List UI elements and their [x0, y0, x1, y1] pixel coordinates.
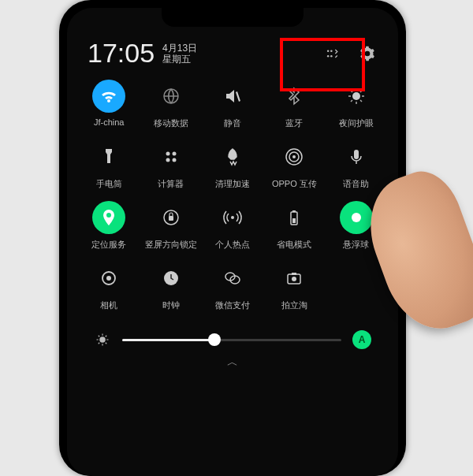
phone-frame: 17:05 4月13日 星期五 [59, 0, 406, 476]
svg-point-29 [99, 337, 106, 343]
location-icon [92, 201, 125, 234]
tile-night-shield[interactable]: 夜间护眼 [329, 80, 384, 129]
svg-point-0 [327, 50, 330, 51]
tile-label: 相机 [100, 299, 117, 311]
tile-wechat-pay[interactable]: 微信支付 [205, 262, 260, 311]
brightness-fill [122, 339, 214, 341]
tile-label: 移动数据 [154, 117, 188, 129]
svg-rect-18 [292, 210, 296, 212]
bluetooth-icon [277, 80, 311, 113]
svg-point-10 [292, 155, 296, 158]
date-block: 4月13日 星期五 [162, 43, 197, 65]
dot-icon [340, 201, 373, 234]
camera2-icon [277, 262, 311, 295]
rocket-icon [216, 140, 249, 173]
tile-location[interactable]: 定位服务 [81, 201, 136, 251]
brightness-thumb[interactable] [208, 333, 221, 346]
lock-icon [155, 201, 188, 234]
wechat-pay-icon [216, 262, 249, 295]
tile-hotspot[interactable]: 个人热点 [205, 201, 260, 251]
svg-point-6 [166, 152, 169, 156]
tile-label: 语音助 [343, 178, 369, 190]
tile-label: 个人热点 [215, 239, 250, 251]
tile-mute[interactable]: 静音 [205, 80, 260, 129]
globe-icon [155, 80, 188, 113]
tile-flashlight[interactable]: 手电筒 [81, 140, 136, 190]
brightness-row: A [75, 322, 390, 349]
svg-point-16 [231, 216, 234, 219]
tile-label: 计算器 [158, 178, 184, 190]
svg-point-3 [330, 55, 333, 58]
svg-point-8 [166, 158, 169, 162]
tile-power-save[interactable]: 省电模式 [266, 201, 322, 251]
auto-brightness-toggle[interactable]: A [352, 330, 371, 349]
calculator-icon [155, 140, 188, 173]
tile-label: OPPO 互传 [272, 178, 317, 190]
tile-calculator[interactable]: 计算器 [143, 140, 199, 190]
svg-rect-13 [354, 150, 359, 159]
svg-point-22 [106, 276, 111, 281]
date-line2: 星期五 [162, 54, 197, 65]
battery-icon [277, 201, 311, 234]
tile-label: 蓝牙 [285, 117, 303, 129]
quick-settings-grid: Jf-china 移动数据 静音 蓝牙 [75, 73, 390, 311]
svg-point-2 [327, 55, 330, 58]
tile-label: 夜间护眼 [339, 117, 374, 129]
hotspot-icon [216, 201, 249, 234]
tile-label: 微信支付 [215, 299, 250, 311]
tile-label: 定位服务 [91, 239, 126, 251]
edit-tiles-button[interactable] [322, 43, 343, 64]
svg-rect-19 [292, 218, 296, 223]
tile-label: 省电模式 [277, 239, 311, 251]
wifi-icon [92, 80, 125, 113]
brightness-slider[interactable] [122, 339, 341, 341]
header: 17:05 4月13日 星期五 [75, 30, 390, 73]
tile-label: 时钟 [162, 299, 180, 311]
settings-button[interactable] [357, 43, 378, 64]
svg-rect-15 [169, 216, 173, 221]
svg-rect-28 [292, 273, 296, 275]
tile-label: Jf-china [94, 117, 125, 127]
tile-label: 清理加速 [215, 178, 250, 190]
brightness-icon [94, 331, 111, 348]
svg-point-1 [330, 50, 333, 51]
tile-label: 静音 [224, 117, 241, 129]
radar-icon [277, 140, 311, 173]
tile-clean-boost[interactable]: 清理加速 [205, 140, 260, 190]
tile-label: 手电筒 [96, 178, 122, 190]
tile-wifi[interactable]: Jf-china [81, 80, 136, 129]
tile-bluetooth[interactable]: 蓝牙 [266, 80, 322, 129]
tile-label: 拍立淘 [281, 299, 307, 311]
svg-point-27 [292, 277, 296, 281]
svg-point-7 [172, 152, 176, 156]
camera-icon [92, 262, 125, 295]
tile-pailitao[interactable]: 拍立淘 [266, 262, 322, 311]
clock-icon [155, 262, 188, 295]
tile-label: 竖屏方向锁定 [145, 239, 197, 251]
tile-portrait-lock[interactable]: 竖屏方向锁定 [143, 201, 199, 251]
svg-point-9 [172, 158, 176, 162]
svg-point-20 [352, 213, 361, 222]
tile-mobile-data[interactable]: 移动数据 [143, 80, 199, 129]
tile-clock[interactable]: 时钟 [143, 262, 199, 311]
tile-camera[interactable]: 相机 [81, 262, 136, 311]
mute-icon [216, 80, 249, 113]
svg-point-5 [352, 92, 360, 100]
collapse-chevron-icon[interactable]: ︿ [75, 349, 390, 370]
flashlight-icon [92, 140, 125, 173]
date-line1: 4月13日 [162, 43, 197, 54]
notification-shade: 17:05 4月13日 星期五 [75, 30, 390, 476]
mic-icon [340, 140, 373, 173]
clock: 17:05 [88, 38, 155, 69]
notch [162, 8, 304, 27]
tile-oppo-share[interactable]: OPPO 互传 [266, 140, 322, 190]
eye-icon [340, 80, 373, 113]
tile-label: 悬浮球 [343, 239, 369, 251]
tile-voice-assist[interactable]: 语音助 [329, 140, 384, 190]
